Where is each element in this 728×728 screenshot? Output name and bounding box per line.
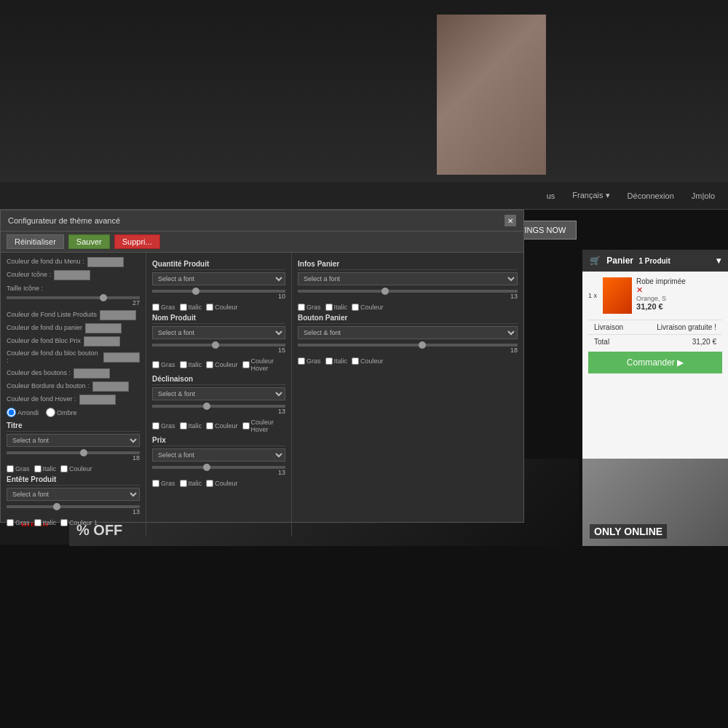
- nav-item-jmlolo[interactable]: Jm|olo: [686, 189, 721, 203]
- infos-gras-check[interactable]: Gras: [298, 304, 321, 311]
- nom-gras-check[interactable]: Gras: [152, 361, 175, 368]
- ombre-label: Ombre: [57, 409, 77, 416]
- infos-size-slider[interactable]: 13: [298, 290, 518, 300]
- couleur-fond-panier-row: Couleur de fond du panier: [7, 323, 140, 333]
- product-price: 31,20 €: [636, 302, 722, 311]
- product-variant: Orange, S: [636, 295, 722, 302]
- prix-section-header: Prix: [152, 436, 285, 446]
- ombre-radio[interactable]: Ombre: [46, 408, 77, 417]
- couleur-hover-input[interactable]: [79, 395, 116, 405]
- couleur-fond-bloc-btn-input[interactable]: [103, 352, 140, 363]
- quantite-size-slider[interactable]: 10: [152, 290, 285, 300]
- declinaison-checkboxes: Gras Italic Couleur Couleur Hover: [152, 419, 285, 433]
- nav-item-deconnexion[interactable]: Déconnexion: [622, 189, 680, 203]
- declinaison-size-slider[interactable]: 13: [152, 405, 285, 415]
- prix-size-value: 13: [152, 469, 285, 476]
- couleur-fond-bloc-btn-row: Couleur de fond du bloc bouton :: [7, 349, 140, 365]
- couleur-fond-prix-row: Couleur de fond Bloc Prix: [7, 336, 140, 347]
- config-panel: Configurateur de thème avancé ✕ Réinitia…: [0, 210, 524, 523]
- couleur-fond-panier-input[interactable]: [85, 323, 122, 333]
- arrondi-radio[interactable]: Arrondi: [7, 408, 39, 417]
- config-close-button[interactable]: ✕: [505, 215, 516, 226]
- couleur-boutons-label: Couleur des boutons :: [7, 369, 71, 376]
- titre-size-slider[interactable]: 18: [7, 451, 140, 462]
- nom-size-value: 15: [152, 347, 285, 354]
- entete-checkboxes: Gras Italic Couleur 1: [7, 519, 140, 526]
- quantite-italic-check[interactable]: Italic: [180, 304, 202, 311]
- prix-gras-check[interactable]: Gras: [152, 480, 175, 487]
- taille-icone-slider[interactable]: 27: [7, 296, 140, 306]
- titre-couleur-check[interactable]: Couleur: [60, 465, 92, 472]
- bouton-font-select[interactable]: Select & font: [298, 326, 518, 339]
- declinaison-size-value: 13: [152, 408, 285, 415]
- prix-couleur-check[interactable]: Couleur: [206, 480, 238, 487]
- product-count: 1 x: [588, 292, 597, 299]
- couleur-hover-label: Couleur de fond Hover :: [7, 395, 76, 403]
- panier-product-row: 1 x Robe imprimée ✕ Orange, S 31,20 €: [588, 277, 722, 314]
- bouton-italic-check[interactable]: Italic: [325, 357, 348, 365]
- couleur-fond-menu-input[interactable]: [87, 257, 124, 267]
- quantite-checkboxes: Gras Italic Couleur: [152, 304, 285, 311]
- quantite-couleur-check[interactable]: Couleur: [206, 304, 238, 311]
- entete-size-slider[interactable]: 13: [7, 505, 140, 515]
- bouton-size-value: 18: [298, 347, 518, 354]
- nom-font-select[interactable]: Select a font: [152, 326, 285, 339]
- couleur-icone-label: Couleur Icône :: [7, 271, 51, 278]
- only-online-text: ONLY ONLINE: [590, 524, 667, 539]
- declinaison-italic-check[interactable]: Italic: [180, 422, 202, 430]
- product-image: [603, 277, 632, 314]
- commander-button[interactable]: Commander ▶: [588, 352, 722, 373]
- declinaison-gras-check[interactable]: Gras: [152, 422, 175, 430]
- infos-section-header: Infos Panier: [298, 260, 518, 270]
- couleur-icone-input[interactable]: [54, 270, 90, 280]
- prix-font-select[interactable]: Select a font: [152, 448, 285, 462]
- nom-couleur-check[interactable]: Couleur: [206, 361, 238, 368]
- panier-body: 1 x Robe imprimée ✕ Orange, S 31,20 € Li…: [582, 272, 728, 379]
- couleur-fond-bloc-btn-label: Couleur de fond du bloc bouton :: [7, 349, 100, 364]
- couleur-bordure-input[interactable]: [92, 381, 129, 392]
- infos-italic-check[interactable]: Italic: [325, 304, 348, 311]
- save-button[interactable]: Sauver: [68, 234, 110, 249]
- prix-size-slider[interactable]: 13: [152, 466, 285, 476]
- bouton-size-slider[interactable]: 18: [298, 344, 518, 354]
- taille-icone-row: Taille Icône : 27: [7, 283, 140, 306]
- couleur-boutons-row: Couleur des boutons :: [7, 368, 140, 379]
- reinit-button[interactable]: Réinitialiser: [7, 234, 64, 249]
- declinaison-font-select[interactable]: Select & font: [152, 387, 285, 400]
- declinaison-hover-check[interactable]: Couleur Hover: [242, 419, 285, 433]
- couleur-fond-prix-input[interactable]: [84, 336, 120, 347]
- config-toolbar: Réinitialiser Sauver Suppri...: [1, 232, 523, 253]
- nom-italic-check[interactable]: Italic: [180, 361, 202, 368]
- entete-couleur-check[interactable]: Couleur 1: [60, 519, 98, 526]
- prix-checkboxes: Gras Italic Couleur: [152, 480, 285, 487]
- prix-italic-check[interactable]: Italic: [180, 480, 202, 487]
- nom-couleur-hover-check[interactable]: Couleur Hover: [242, 357, 285, 372]
- panier-toggle-icon[interactable]: ▾: [716, 256, 721, 266]
- couleur-boutons-input[interactable]: [74, 368, 110, 379]
- nom-size-slider[interactable]: 15: [152, 344, 285, 354]
- quantite-gras-check[interactable]: Gras: [152, 304, 175, 311]
- titre-gras-check[interactable]: Gras: [7, 465, 30, 472]
- config-right-panel: Infos Panier Select a font 13 Gras Itali…: [292, 253, 523, 537]
- entete-font-select[interactable]: Select a font: [7, 488, 140, 501]
- delete-button[interactable]: Suppri...: [114, 234, 160, 249]
- entete-gras-check[interactable]: Gras: [7, 519, 30, 526]
- titre-font-select[interactable]: Select a font: [7, 434, 140, 447]
- infos-font-select[interactable]: Select a font: [298, 272, 518, 285]
- bouton-gras-check[interactable]: Gras: [298, 357, 321, 365]
- titre-section-header: Titre: [7, 422, 140, 432]
- nav-item-us[interactable]: us: [541, 189, 561, 203]
- taille-icone-label: Taille Icône :: [7, 285, 43, 292]
- couleur-fond-menu-label: Couleur de fond du Menu :: [7, 258, 84, 265]
- product-name: Robe imprimée: [636, 277, 722, 285]
- infos-couleur-check[interactable]: Couleur: [352, 304, 384, 311]
- titre-italic-check[interactable]: Italic: [34, 465, 57, 472]
- entete-italic-check[interactable]: Italic: [34, 519, 57, 526]
- quantite-font-select[interactable]: Select a font: [152, 272, 285, 285]
- declinaison-couleur-check[interactable]: Couleur: [206, 422, 238, 430]
- config-title-text: Configurateur de thème avancé: [8, 216, 120, 225]
- couleur-fond-liste-input[interactable]: [100, 310, 136, 320]
- bouton-couleur-check[interactable]: Couleur: [352, 357, 384, 365]
- nav-item-lang[interactable]: Français ▾: [566, 188, 615, 203]
- config-middle-panel: Quantité Produit Select a font 10 Gras I…: [146, 253, 292, 537]
